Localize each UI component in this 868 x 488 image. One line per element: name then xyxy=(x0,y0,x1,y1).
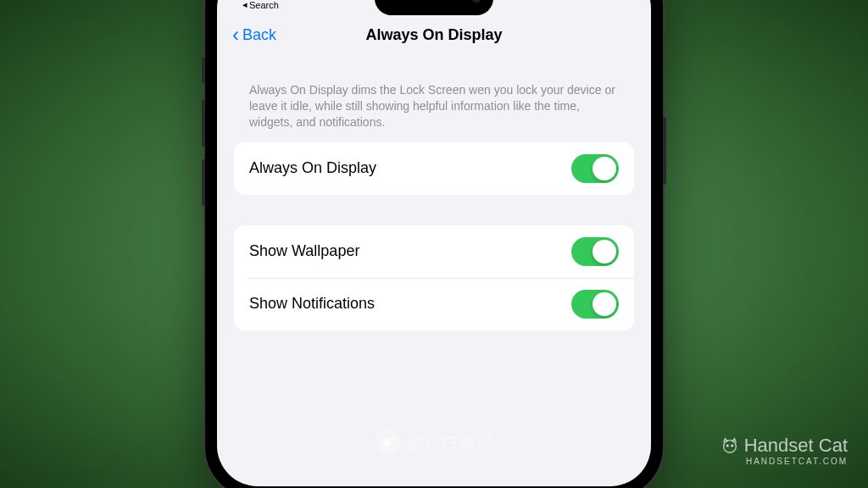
settings-description: Always On Display dims the Lock Screen w… xyxy=(234,82,634,142)
watermark-brand: Handset Cat HANDSETCAT.COM xyxy=(721,435,848,466)
breadcrumb-label: Search xyxy=(249,0,279,10)
settings-group-options: Show Wallpaper Show Notifications xyxy=(234,225,634,330)
toggle-show-notifications[interactable] xyxy=(571,290,619,319)
dynamic-island xyxy=(375,0,493,15)
svg-point-3 xyxy=(726,445,728,446)
chevron-left-icon: ◂ xyxy=(242,0,248,10)
watermark-weibo: @小白测评 xyxy=(376,429,492,454)
row-label: Show Notifications xyxy=(249,295,375,313)
svg-point-1 xyxy=(391,437,393,440)
brand-url: HANDSETCAT.COM xyxy=(721,457,848,466)
screen: 1:57 ◂ Search 71 ‹ xyxy=(217,0,651,486)
page-title: Always On Display xyxy=(365,26,502,44)
row-show-notifications: Show Notifications xyxy=(234,278,634,330)
toggle-show-wallpaper[interactable] xyxy=(571,237,619,266)
settings-group-main: Always On Display xyxy=(234,142,634,195)
watermark-text: @小白测评 xyxy=(408,430,492,453)
back-button-label: Back xyxy=(242,26,276,44)
back-button[interactable]: ‹ Back xyxy=(232,23,276,47)
row-show-wallpaper: Show Wallpaper xyxy=(234,225,634,278)
power-button xyxy=(663,117,666,185)
nav-bar: ‹ Back Always On Display xyxy=(217,14,651,58)
phone-frame: 1:57 ◂ Search 71 ‹ xyxy=(205,0,663,488)
row-label: Show Wallpaper xyxy=(249,242,359,260)
volume-down-button xyxy=(202,159,205,206)
svg-point-0 xyxy=(382,438,392,447)
row-always-on-display: Always On Display xyxy=(234,142,634,195)
toggle-always-on-display[interactable] xyxy=(571,154,619,183)
weibo-icon xyxy=(376,429,401,454)
volume-up-button xyxy=(202,100,205,147)
brand-name: Handset Cat xyxy=(744,435,848,457)
row-label: Always On Display xyxy=(249,159,376,177)
cat-icon xyxy=(721,436,739,455)
front-camera-icon xyxy=(471,0,481,3)
svg-point-4 xyxy=(732,445,733,446)
svg-point-2 xyxy=(723,441,736,453)
breadcrumb[interactable]: ◂ Search xyxy=(242,0,280,10)
mute-switch xyxy=(202,58,205,83)
chevron-left-icon: ‹ xyxy=(232,23,239,47)
